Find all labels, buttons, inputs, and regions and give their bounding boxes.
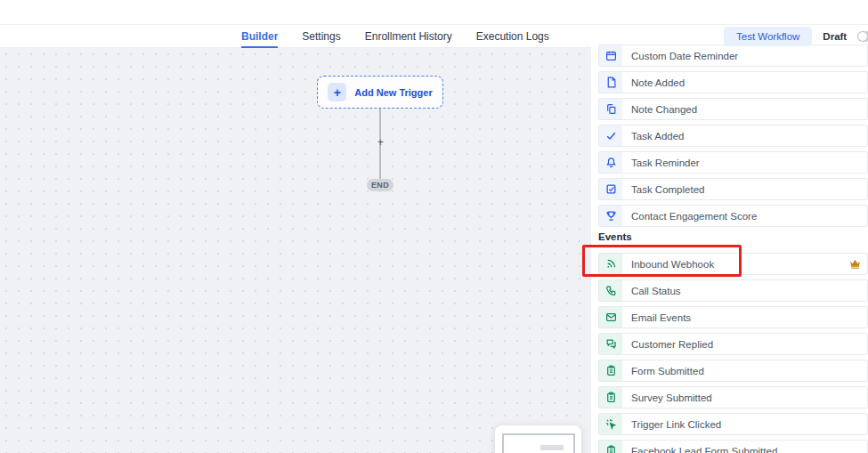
trigger-item-inbound-webhook[interactable]: Inbound Webhook <box>598 253 868 275</box>
top-bar <box>0 0 868 25</box>
trigger-item-call-status[interactable]: Call Status <box>598 279 868 302</box>
tab-execution-logs[interactable]: Execution Logs <box>476 25 549 48</box>
webhook-icon <box>599 254 622 274</box>
check-icon <box>599 125 622 146</box>
test-workflow-button[interactable]: Test Workflow <box>724 27 812 46</box>
trigger-item-custom-date-reminder[interactable]: Custom Date Reminder <box>598 44 868 67</box>
trigger-item-task-added[interactable]: Task Added <box>598 125 868 147</box>
trigger-item-label: Facebook Lead Form Submitted <box>631 446 777 453</box>
events-section-header: Events <box>598 231 868 242</box>
workflow-canvas[interactable]: + Add New Trigger + END <box>0 48 591 453</box>
premium-crown-icon <box>849 259 861 269</box>
trigger-item-task-completed[interactable]: Task Completed <box>598 178 868 200</box>
trigger-item-customer-replied[interactable]: Customer Replied <box>598 333 868 355</box>
add-step-plus-icon[interactable]: + <box>375 136 386 149</box>
trigger-item-note-changed[interactable]: Note Changed <box>598 98 868 120</box>
trigger-list-panel: Custom Date Reminder Note Added Note Cha… <box>591 42 868 453</box>
cursor-click-icon <box>599 414 622 434</box>
add-new-trigger-button[interactable]: + Add New Trigger <box>317 76 443 109</box>
trigger-item-label: Contact Engagement Score <box>631 211 757 222</box>
calendar-icon <box>599 45 622 66</box>
trigger-item-label: Trigger Link Clicked <box>631 419 721 430</box>
add-new-trigger-label: Add New Trigger <box>354 87 432 98</box>
note-icon <box>599 72 622 93</box>
trigger-item-label: Survey Submitted <box>631 392 712 403</box>
trigger-item-trigger-link-clicked[interactable]: Trigger Link Clicked <box>598 413 868 435</box>
trigger-item-label: Custom Date Reminder <box>631 51 738 61</box>
publish-toggle[interactable] <box>857 31 868 42</box>
trigger-item-contact-engagement-score[interactable]: Contact Engagement Score <box>598 205 868 227</box>
trigger-item-label: Customer Replied <box>631 339 713 350</box>
clipboard-icon <box>599 360 622 381</box>
trigger-item-label: Email Events <box>631 312 691 323</box>
tab-builder[interactable]: Builder <box>241 25 278 48</box>
trigger-item-label: Note Added <box>631 77 685 88</box>
trigger-item-label: Inbound Webhook <box>631 259 714 270</box>
trigger-preview-popup <box>495 425 581 453</box>
trigger-item-task-reminder[interactable]: Task Reminder <box>598 151 868 174</box>
checkbox-check-icon <box>599 179 622 199</box>
end-node: END <box>367 179 393 191</box>
workflow-controls: Test Workflow Draft Publish <box>724 27 868 46</box>
plus-icon: + <box>328 83 346 101</box>
phone-icon <box>599 280 622 301</box>
trigger-item-form-submitted[interactable]: Form Submitted <box>598 360 868 382</box>
trigger-item-label: Note Changed <box>631 104 697 115</box>
preview-placeholder-bar <box>540 445 564 450</box>
trigger-item-survey-submitted[interactable]: Survey Submitted <box>598 386 868 409</box>
draft-label: Draft <box>823 31 847 42</box>
bell-icon <box>599 152 622 173</box>
trigger-item-label: Task Completed <box>631 184 704 195</box>
trigger-item-note-added[interactable]: Note Added <box>598 71 868 93</box>
email-icon <box>599 307 622 328</box>
trigger-item-facebook-lead-form-submitted[interactable]: Facebook Lead Form Submitted <box>598 440 868 453</box>
trigger-item-label: Task Added <box>631 131 684 142</box>
trigger-item-label: Task Reminder <box>631 158 700 168</box>
tab-settings[interactable]: Settings <box>302 25 340 48</box>
trophy-icon <box>599 206 622 226</box>
tab-enrollment-history[interactable]: Enrollment History <box>365 25 452 48</box>
trigger-item-label: Form Submitted <box>631 366 704 376</box>
trigger-item-label: Call Status <box>631 286 681 296</box>
note-copy-icon <box>599 99 622 119</box>
clipboard-icon <box>599 441 622 453</box>
trigger-item-email-events[interactable]: Email Events <box>598 306 868 328</box>
clipboard-icon <box>599 387 622 408</box>
preview-frame <box>502 433 575 453</box>
toggle-knob <box>858 32 867 41</box>
workflow-tabs: Builder Settings Enrollment History Exec… <box>241 25 549 48</box>
chat-icon <box>599 334 622 354</box>
